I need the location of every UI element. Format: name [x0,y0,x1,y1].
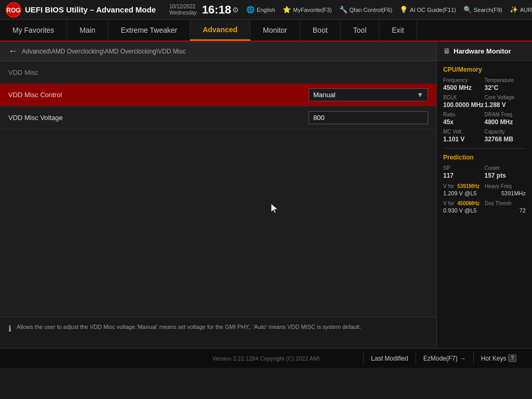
hw-col-bclk: BCLK 100.0000 MHz [443,95,485,109]
pred-values-4500: 0.930 V @L5 72 [443,207,526,214]
monitor-icon: 🖥 [443,47,450,55]
nav-advanced-label: Advanced [203,25,237,34]
hardware-monitor-panel: 🖥 Hardware Monitor CPU/Memory Frequency … [436,42,532,348]
pred-value2-4500: 72 [520,207,526,214]
clock-area: 10/12/2022Wednesday 16:18 ⚙ [169,3,239,17]
hw-col-frequency: Frequency 4500 MHz [443,77,485,91]
hw-value-core-voltage: 1.288 V [485,101,526,109]
nav-main-label: Main [79,26,95,34]
hw-value-bclk: 100.0000 MHz [443,101,485,109]
hw-row-mc-capacity: MC Volt. 1.101 V Capacity 32768 MB [443,129,526,143]
nav-item-exit[interactable]: Exit [379,20,417,41]
nav-item-advanced[interactable]: Advanced [190,20,250,41]
hw-label-sp: SP [443,165,485,171]
hw-col-cooler: Cooler 157 pts [485,165,526,179]
nav-item-extreme-tweaker[interactable]: Extreme Tweaker [108,20,190,41]
pred-highlight-4500: 4500MHz [457,201,480,206]
hw-label-ratio: Ratio [443,112,485,117]
clock-settings-icon[interactable]: ⚙ [232,6,239,14]
hw-col-capacity: Capacity 32768 MB [485,129,526,143]
aioc-button[interactable]: 💡 AI OC Guide(F11) [396,5,459,15]
info-icon: ℹ [8,324,11,334]
hw-value-frequency: 4500 MHz [443,84,485,91]
nav-boot-label: Boot [313,26,328,34]
ai-icon: 💡 [400,6,408,14]
footer: Version 2.22.1284 Copyright (C) 2022 AMI… [0,348,532,368]
hw-value-mc-volt: 1.101 V [443,136,485,143]
vdd-control-dropdown[interactable]: Manual ▼ [309,88,428,101]
hw-monitor-title-text: Hardware Monitor [454,47,511,55]
language-button[interactable]: 🌐 English [243,5,278,15]
hotkeys-key-icon: ? [508,354,516,362]
nav-favorites-label: My Favorites [12,26,54,34]
pred-prefix-4500: V for [443,201,454,206]
rog-logo-icon: ROG [5,2,22,18]
aura-button[interactable]: ✨ AURA(F4) [507,5,532,15]
myfavorite-label: MyFavorite(F3) [293,7,332,13]
section-title: VDD Misc [0,61,436,84]
hw-label-core-voltage: Core Voltage [485,95,526,100]
hw-monitor-title: 🖥 Hardware Monitor [437,42,532,61]
cpu-memory-title: CPU/Memory [443,66,526,73]
aura-icon: ✨ [510,6,518,14]
pred-value1-5391: 1.209 V @L5 [443,190,476,196]
dropdown-manual[interactable]: Manual ▼ [309,88,428,101]
hw-label-bclk: BCLK [443,95,485,100]
breadcrumb-bar: ← Advanced\AMD Overclocking\AMD Overcloc… [0,42,436,61]
hw-row-ratio-dram: Ratio 45x DRAM Freq. 4800 MHz [443,112,526,126]
nav-item-main[interactable]: Main [67,20,108,41]
pred-prefix-5391: V for [443,183,454,189]
section-title-text: VDD Misc [8,65,428,79]
language-label: English [257,7,275,13]
hw-label-mc-volt: MC Volt. [443,129,485,135]
search-button[interactable]: 🔍 Search(F9) [460,5,506,15]
hotkeys-button[interactable]: Hot Keys ? [473,352,524,364]
logo-area: ROG UEFI BIOS Utility – Advanced Mode [5,2,156,18]
hw-value-ratio: 45x [443,118,485,126]
search-label: Search(F9) [474,7,502,13]
info-bar: ℹ Allows the user to adjust the VDD Misc… [0,317,436,348]
ezmode-label: EzMode(F7) [423,355,458,362]
ezmode-button[interactable]: EzMode(F7) → [416,353,473,364]
top-bar: ROG UEFI BIOS Utility – Advanced Mode 10… [0,0,532,20]
last-modified-button[interactable]: Last Modified [363,353,415,364]
pred-secondary-5391: Heavy Freq [485,183,512,189]
myfavorite-button[interactable]: ⭐ MyFavorite(F3) [280,5,335,15]
nav-item-boot[interactable]: Boot [300,20,341,41]
pred-row-4500: V for 4500MHz Dos Thresh 0.930 V @L5 72 [443,201,526,214]
hw-divider [443,148,526,149]
nav-tool-label: Tool [353,26,367,34]
vdd-voltage-label: VDD Misc Voltage [8,114,309,122]
main-layout: ← Advanced\AMD Overclocking\AMD Overcloc… [0,42,532,348]
pred-secondary-4500: Dos Thresh [485,201,512,206]
hw-label-temperature: Temperature [485,77,526,83]
nav-item-monitor[interactable]: Monitor [250,20,300,41]
vdd-control-label: VDD Misc Control [8,91,309,99]
last-modified-label: Last Modified [371,355,408,362]
dropdown-arrow-icon: ▼ [417,91,423,99]
vdd-voltage-input[interactable] [309,111,428,124]
hw-col-sp: SP 117 [443,165,485,179]
search-icon: 🔍 [463,6,472,14]
hw-col-core-voltage: Core Voltage 1.288 V [485,95,526,109]
hw-value-sp: 117 [443,172,485,179]
hw-label-frequency: Frequency [443,77,485,83]
breadcrumb-path: Advanced\AMD Overclocking\AMD Overclocki… [22,48,185,55]
nav-item-tool[interactable]: Tool [341,20,380,41]
fan-icon: 🔧 [339,6,348,14]
hw-row-sp-cooler: SP 117 Cooler 157 pts [443,165,526,179]
back-button[interactable]: ← [8,46,18,57]
aura-label: AURA(F4) [520,7,532,13]
hw-col-mc-volt: MC Volt. 1.101 V [443,129,485,143]
vdd-voltage-control [309,111,428,124]
qfan-label: Qfan Control(F6) [350,7,393,13]
star-icon: ⭐ [283,6,291,14]
pred-value2-5391: 5391MHz [501,190,526,196]
pred-row-5391: V for 5391MHz Heavy Freq 1.209 V @L5 539… [443,183,526,196]
qfan-button[interactable]: 🔧 Qfan Control(F6) [336,5,396,15]
setting-row-vdd-voltage: VDD Misc Voltage [0,107,436,129]
clock-date: 10/12/2022Wednesday [169,4,197,16]
svg-text:ROG: ROG [6,7,20,14]
nav-item-favorites[interactable]: My Favorites [0,20,67,41]
pred-header-5391: V for 5391MHz Heavy Freq [443,183,526,189]
